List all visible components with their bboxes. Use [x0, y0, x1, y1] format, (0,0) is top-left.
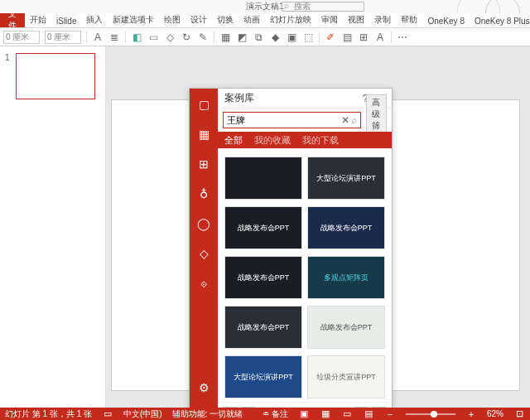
- tool-icon[interactable]: ⬚: [302, 31, 314, 43]
- height-box[interactable]: 0 厘米: [3, 31, 40, 44]
- panel-filter-tabs: 全部 我的收藏 我的下载: [218, 132, 392, 148]
- ribbon-tab[interactable]: 新建选项卡: [108, 12, 159, 27]
- template-card[interactable]: 大型论坛演讲PPT: [307, 157, 385, 200]
- workspace: 1 ▢ ▦ ⊞ ♁ ◯ ◇ ⟐ ⚙ ⟲ 案例库 ? ✕: [0, 46, 530, 408]
- template-card[interactable]: 垃圾分类宣讲PPT: [307, 355, 385, 398]
- shapes-icon[interactable]: ◇: [196, 246, 211, 261]
- document-title: 演示文稿1: [246, 1, 284, 12]
- titlebar-decoration: [434, 0, 525, 13]
- slideshow-view-icon[interactable]: ▤: [363, 408, 374, 419]
- separator: [391, 31, 392, 43]
- zoom-level[interactable]: 62%: [487, 409, 504, 418]
- shape-tool-icon[interactable]: ▭: [147, 31, 159, 43]
- brush-icon[interactable]: ✐: [325, 31, 336, 43]
- tool-icon[interactable]: ⧉: [253, 31, 264, 43]
- file-tab[interactable]: 文件: [0, 12, 25, 27]
- sorter-view-icon[interactable]: ▦: [320, 408, 331, 419]
- template-card[interactable]: 战略发布会PPT: [224, 206, 302, 249]
- template-card[interactable]: 多观点矩阵页: [307, 256, 385, 299]
- toolbar: 0 厘米 0 厘米 A ≣ ◧ ▭ ◇ ↻ ✎ ▦ ◩ ⧉ ◆ ▣ ⬚ ✐ ▤ …: [0, 28, 530, 46]
- tab-downloads[interactable]: 我的下载: [302, 134, 339, 147]
- hierarchy-icon[interactable]: ♁: [196, 186, 211, 201]
- separator: [86, 31, 87, 43]
- more-icon[interactable]: ⋯: [397, 31, 408, 43]
- template-card[interactable]: 大型论坛演讲PPT: [224, 355, 302, 398]
- separator: [214, 31, 214, 43]
- zoom-in-icon[interactable]: +: [465, 409, 477, 419]
- group-icon[interactable]: ⊞: [358, 31, 369, 43]
- tool-icon[interactable]: ◩: [236, 31, 248, 43]
- separator: [125, 31, 126, 43]
- ribbon-tab[interactable]: iSlide: [51, 15, 81, 27]
- tab-favorites[interactable]: 我的收藏: [254, 134, 291, 147]
- ribbon-tab[interactable]: 插入: [81, 12, 108, 27]
- template-card[interactable]: 战略发布会PPT: [224, 306, 302, 349]
- font-color-icon[interactable]: A: [92, 31, 104, 43]
- ribbon-tab[interactable]: 开始: [25, 12, 51, 27]
- clear-icon[interactable]: ✕: [341, 114, 349, 126]
- width-box[interactable]: 0 厘米: [45, 31, 81, 44]
- zoom-slider[interactable]: [406, 413, 455, 415]
- ribbon-tab[interactable]: 绘图: [159, 12, 186, 27]
- tool-icon[interactable]: ▣: [286, 31, 297, 43]
- ribbon-tab[interactable]: 帮助: [396, 12, 422, 27]
- panel-title: 案例库: [224, 91, 359, 105]
- library-panel: ▢ ▦ ⊞ ♁ ◯ ◇ ⟐ ⚙ ⟲ 案例库 ? ✕ ✕ ⌕ 高级筛: [189, 88, 393, 420]
- panel-main: 案例库 ? ✕ ✕ ⌕ 高级筛选 全部 我的收藏 我的下载 大型论坛演讲PPT战…: [218, 89, 392, 420]
- reading-view-icon[interactable]: ▭: [341, 408, 353, 419]
- settings-icon[interactable]: ⚙: [196, 380, 211, 395]
- ribbon-tab[interactable]: 幻灯片放映: [265, 12, 316, 27]
- status-icon[interactable]: ▭: [102, 408, 113, 419]
- template-card[interactable]: 战略发布会PPT: [307, 306, 385, 349]
- template-card[interactable]: [224, 157, 302, 200]
- rotate-icon[interactable]: ↻: [181, 31, 192, 43]
- status-bar: 幻灯片 第 1 张，共 1 张 ▭ 中文(中国) 辅助功能: 一切就绪 ≐ 备注…: [0, 408, 530, 420]
- ribbon-tab[interactable]: 切换: [212, 12, 238, 27]
- ribbon-tabs: 文件 开始iSlide插入新建选项卡绘图设计切换动画幻灯片放映审阅视图录制帮助O…: [0, 13, 530, 28]
- panel-search-row: ✕ ⌕ 高级筛选: [218, 109, 392, 132]
- search-icon[interactable]: ⌕: [351, 114, 357, 126]
- ribbon-tab[interactable]: 设计: [186, 12, 212, 27]
- globe-icon[interactable]: ◯: [196, 216, 211, 231]
- separator: [319, 31, 320, 43]
- template-card[interactable]: 战略发布会PPT: [307, 206, 385, 249]
- slide-count-label: 幻灯片 第 1 张，共 1 张: [5, 408, 92, 420]
- ribbon-tab[interactable]: 视图: [343, 12, 369, 27]
- ribbon-tab[interactable]: 动画: [238, 12, 265, 27]
- template-card[interactable]: 战略发布会PPT: [224, 256, 302, 299]
- list-icon[interactable]: ≣: [108, 31, 120, 43]
- ribbon-tab[interactable]: OneKey 8: [422, 15, 469, 27]
- template-grid[interactable]: 大型论坛演讲PPT战略发布会PPT战略发布会PPT战略发布会PPT多观点矩阵页战…: [218, 148, 392, 402]
- ribbon-tab[interactable]: 录制: [369, 12, 396, 27]
- slide-thumbnails[interactable]: 1: [0, 46, 106, 408]
- slide-thumbnail[interactable]: [16, 53, 95, 99]
- tab-all[interactable]: 全部: [224, 134, 243, 147]
- edit-icon[interactable]: ✎: [197, 31, 209, 43]
- fit-icon[interactable]: ⊡: [513, 408, 525, 419]
- shape-outline-icon[interactable]: ◇: [164, 31, 176, 43]
- search-input[interactable]: [227, 115, 341, 125]
- ribbon-tab[interactable]: OneKey 8 Plus: [470, 15, 530, 27]
- bookmark-icon[interactable]: ▢: [196, 97, 211, 112]
- accessibility-label[interactable]: 辅助功能: 一切就绪: [172, 408, 243, 420]
- zoom-out-icon[interactable]: −: [384, 409, 396, 419]
- layout-icon[interactable]: ▦: [196, 127, 211, 142]
- tool-icon[interactable]: ◆: [269, 31, 281, 43]
- rocket-icon[interactable]: ⟐: [196, 276, 211, 291]
- titlebar-search[interactable]: 搜索: [282, 2, 364, 12]
- notes-button[interactable]: ≐ 备注: [263, 408, 288, 420]
- grid-icon[interactable]: ⊞: [196, 157, 211, 171]
- ribbon-tab[interactable]: 审阅: [316, 12, 343, 27]
- text-box-icon[interactable]: A: [374, 31, 386, 43]
- panel-sidebar: ▢ ▦ ⊞ ♁ ◯ ◇ ⟐ ⚙ ⟲: [190, 89, 218, 420]
- normal-view-icon[interactable]: ▣: [298, 408, 310, 419]
- tool-icon[interactable]: ▦: [219, 31, 231, 43]
- language-label[interactable]: 中文(中国): [123, 408, 162, 420]
- align-icon[interactable]: ▤: [341, 31, 353, 43]
- shape-fill-icon[interactable]: ◧: [131, 31, 142, 43]
- title-bar: 演示文稿1 搜索: [0, 0, 530, 13]
- slide-number: 1: [5, 53, 10, 62]
- search-box[interactable]: ✕ ⌕: [223, 112, 361, 128]
